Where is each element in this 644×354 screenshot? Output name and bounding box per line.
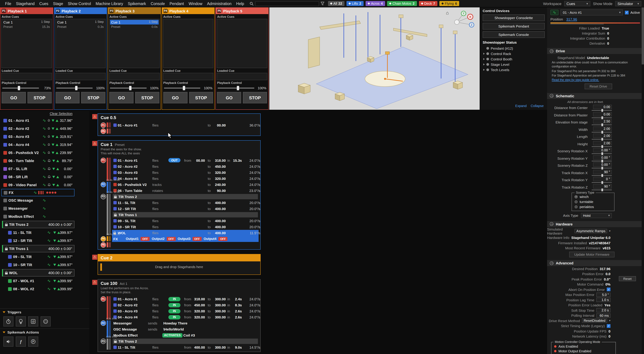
cue-row[interactable]: OSC Message sends <box>112 326 258 332</box>
playback-badge[interactable]: P2 <box>100 182 106 187</box>
reset-drive-button[interactable]: Reset Drive <box>585 83 612 89</box>
cue-card[interactable]: ⚠ Cue 1 Preset Preset the axes for the s… <box>98 140 260 249</box>
cue-row[interactable]: WOL flies to 400.00 <box>112 230 258 236</box>
field-value-input[interactable]: 0.00 ° <box>593 155 612 160</box>
field-slider[interactable] <box>592 146 612 147</box>
advanced-value[interactable]: 2.0 s <box>596 308 610 312</box>
status-tree-item[interactable]: Control Booth <box>483 56 545 62</box>
go-button[interactable]: GO <box>163 92 188 103</box>
machine-row[interactable]: Modbus Effect <box>0 212 89 220</box>
advanced-section-header[interactable]: Advanced <box>547 260 644 266</box>
search-input[interactable] <box>255 1 319 6</box>
cue-row[interactable]: Tilt Truss 2 <box>113 339 258 344</box>
status-tree-item[interactable]: Tech Levels <box>483 67 545 73</box>
spikemark-actions-header[interactable]: Spikemark Actions <box>0 328 89 335</box>
cue-row[interactable]: 02 - Acro #2 flies to 450.00 <box>112 163 258 169</box>
sound-action-button[interactable] <box>3 336 14 346</box>
cue-row[interactable]: 02 - Acro #2 flies IN from 450.00 to <box>112 302 258 308</box>
cue-row[interactable] <box>112 128 258 134</box>
slider-thumb[interactable] <box>75 86 78 90</box>
timer-trigger-button[interactable] <box>3 316 14 326</box>
cue-row[interactable]: 01 - Acro #1 flies to 00.00 <box>112 122 258 128</box>
cue-header[interactable]: Cue 0.5 <box>98 114 260 121</box>
loaded-cue-box[interactable] <box>55 73 106 80</box>
cue-card[interactable]: ⚠ Cue 0.5 <box>98 113 260 136</box>
advanced-value[interactable]: ResetDisabled <box>582 319 607 323</box>
machine-row[interactable]: 01 - Acro #1 317.96" <box>0 116 89 125</box>
output-state-pill[interactable]: OFF <box>141 237 150 241</box>
menu-item[interactable]: Administration <box>205 1 234 6</box>
menu-item[interactable]: Cues <box>37 1 51 6</box>
cue-row[interactable]: 03 - Acro #3 flies IN from 320.00 to <box>112 308 258 314</box>
scrollbar-thumb[interactable] <box>642 8 644 65</box>
checkbox[interactable]: ✓ <box>607 324 610 328</box>
expander-icon[interactable] <box>483 53 485 55</box>
menu-item[interactable]: Stage <box>51 1 66 6</box>
slider-thumb[interactable] <box>18 86 20 90</box>
show-mode-select[interactable]: Simulator ▾ <box>615 1 641 6</box>
menu-item[interactable]: Show Control <box>66 1 93 6</box>
expander-icon[interactable] <box>483 63 485 66</box>
playback-badge[interactable]: P1 <box>100 123 106 128</box>
output-state-pill[interactable]: OFF <box>166 237 176 241</box>
field-value-input[interactable]: 0.00 ° <box>593 163 612 167</box>
position-value[interactable]: 317.96 <box>566 17 577 21</box>
orientation-gizmo[interactable]: Y ✕ Z <box>449 9 477 29</box>
field-value-input[interactable]: 90 ° <box>593 170 612 174</box>
field-value-input[interactable]: 2.00 <box>593 141 612 145</box>
field-slider[interactable] <box>592 132 612 133</box>
cue-row[interactable]: 10 - SR Tilt flies to 400.00 <box>112 224 258 230</box>
advanced-value[interactable]: 0 <box>608 334 610 338</box>
speed-slider[interactable] <box>56 88 92 89</box>
cue-card[interactable]: ⚠ Cue 100 Act 1 Load the performers on t… <box>98 279 260 352</box>
filter-chip[interactable]: All 22 <box>328 1 345 6</box>
stop-button[interactable]: STOP <box>243 92 267 103</box>
advanced-value[interactable]: 60 ms <box>596 313 610 318</box>
cue-header[interactable]: Cue 2 <box>98 254 260 261</box>
scrollbar[interactable] <box>642 8 644 354</box>
stop-button[interactable]: STOP <box>81 92 106 103</box>
machine-row[interactable]: 06 - Turn Table 89.79" <box>0 157 89 165</box>
advanced-value[interactable]: 5.0 " <box>596 293 610 297</box>
cue-warning-tab[interactable]: ⚠ <box>92 280 97 285</box>
axis-select[interactable]: 01 - Acro #1 ▾ <box>560 10 623 16</box>
go-button[interactable]: GO <box>2 92 26 103</box>
field-value-input[interactable]: 90 ° <box>593 184 612 189</box>
cue-drop-zone[interactable]: Drag and drop Stagehands here <box>98 262 260 272</box>
status-tree-item[interactable]: Pendant (#12) <box>483 46 545 51</box>
field-slider[interactable] <box>592 110 612 111</box>
field-slider[interactable] <box>592 139 612 140</box>
playback-action-button[interactable]: P <box>28 336 38 346</box>
machine-row[interactable]: 07 - WOL #1 399.99" <box>0 277 89 285</box>
cue-row[interactable]: 09 - SL Tilt flies to 400.00 <box>112 218 258 224</box>
machine-row[interactable]: 08 - WOL #2 399.99" <box>0 285 89 293</box>
go-button[interactable]: GO <box>109 92 134 103</box>
playback-badge[interactable]: P1 <box>100 158 106 163</box>
scenery-type-option[interactable]: turntable <box>574 199 612 204</box>
active-cue-list[interactable]: Cue 1 1 Step Preset 15.3s <box>1 19 52 68</box>
field-slider[interactable] <box>592 125 612 125</box>
machine-row[interactable]: WOL 400.00 ± 0.00" <box>2 269 74 276</box>
menu-item[interactable]: Machine Library <box>93 1 126 6</box>
cue-row[interactable]: 12 - SR Tilt flies to 400.00 <box>112 206 258 212</box>
advanced-value[interactable]: 317.96 <box>600 267 610 271</box>
hardware-value[interactable]: v615 <box>602 246 610 250</box>
home-view-icon[interactable]: ⌂ <box>446 10 449 16</box>
machine-row[interactable]: OSC Message <box>0 196 89 204</box>
machine-row[interactable]: 09 - SL Tilt 399.97" <box>0 253 89 261</box>
filter-chip[interactable]: Flying 6 <box>440 1 459 6</box>
active-cue-entry[interactable]: Cue 1 1 Step <box>2 20 51 25</box>
expand-link[interactable]: Expand <box>515 104 526 108</box>
playback-badge[interactable]: P2 <box>100 321 106 326</box>
filter-chip[interactable]: Acros 4 <box>366 1 385 6</box>
speed-slider[interactable] <box>218 88 254 89</box>
cue-warning-tab[interactable]: ⚠ <box>92 254 97 259</box>
filter-chip[interactable]: Lifts 2 <box>346 1 364 6</box>
playback-badge[interactable]: P5 <box>100 242 106 247</box>
advanced-value[interactable]: 0 <box>608 329 610 333</box>
menu-item[interactable]: Pendant <box>167 1 186 6</box>
cue-row[interactable]: FX <box>112 236 258 242</box>
go-button[interactable]: GO <box>217 92 241 103</box>
stop-button[interactable]: STOP <box>189 92 213 103</box>
control-device-button[interactable]: Spikemark Console <box>483 31 545 38</box>
